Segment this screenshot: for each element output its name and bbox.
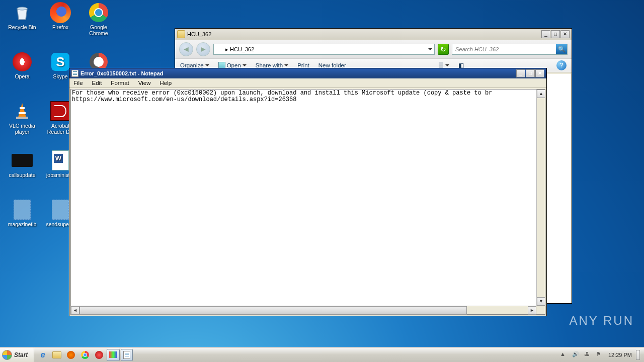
explorer-title: HCU_362 bbox=[187, 31, 211, 37]
notepad-icon bbox=[71, 70, 78, 77]
taskbar: Start e ▲ 🔊 🖧 ⚑ 12:29 PM bbox=[0, 347, 644, 362]
system-tray: ▲ 🔊 🖧 ⚑ 12:29 PM bbox=[556, 347, 644, 362]
chrome-icon bbox=[88, 2, 109, 23]
opera-icon bbox=[12, 51, 33, 72]
desktop-icon-label: Firefox bbox=[52, 25, 68, 31]
notepad-menubar: File Edit Format View Help bbox=[69, 78, 546, 88]
windows-logo-icon bbox=[2, 350, 12, 360]
scroll-corner bbox=[536, 306, 545, 314]
desktop-icon-firefox[interactable]: Firefox bbox=[44, 2, 76, 45]
watermark: ANY RUN bbox=[569, 314, 634, 328]
address-dropdown-icon[interactable] bbox=[428, 48, 432, 50]
acrobat-icon bbox=[50, 101, 71, 122]
explorer-titlebar[interactable]: HCU_362 _ □ ✕ bbox=[175, 29, 572, 40]
desktop-icon-label: callsupdate bbox=[9, 172, 35, 178]
desktop-icon-google-chrome[interactable]: Google Chrome bbox=[83, 2, 115, 45]
blank-icon bbox=[12, 199, 33, 220]
task-explorer[interactable] bbox=[107, 349, 120, 361]
chevron-up-icon[interactable]: ▲ bbox=[560, 351, 568, 359]
scroll-down-icon[interactable]: ▼ bbox=[537, 297, 545, 306]
bat-icon bbox=[12, 150, 33, 171]
address-bar[interactable]: ▸ HCU_362 bbox=[213, 44, 435, 55]
desktop-icon-callsupdate[interactable]: callsupdate bbox=[6, 150, 38, 193]
close-button[interactable]: ✕ bbox=[560, 30, 570, 38]
blank-icon bbox=[50, 199, 71, 220]
scroll-left-icon[interactable]: ◄ bbox=[71, 306, 79, 315]
vertical-scrollbar[interactable]: ▲ ▼ bbox=[536, 89, 545, 306]
desktop-icon-label: Opera bbox=[15, 74, 29, 80]
desktop-icon-label: VLC media player bbox=[6, 123, 38, 135]
desktop-icon-vlc-media-player[interactable]: VLC media player bbox=[6, 101, 38, 144]
svg-point-0 bbox=[17, 7, 27, 10]
word-icon: W bbox=[50, 150, 71, 171]
scroll-right-icon[interactable]: ► bbox=[528, 306, 536, 315]
scroll-up-icon[interactable]: ▲ bbox=[537, 89, 545, 98]
horizontal-scrollbar[interactable]: ◄ ► bbox=[71, 306, 536, 314]
folder-icon bbox=[216, 46, 224, 53]
menu-file[interactable]: File bbox=[71, 80, 85, 86]
scroll-thumb[interactable] bbox=[79, 306, 467, 315]
chrome-icon[interactable] bbox=[78, 349, 92, 361]
search-box[interactable]: 🔍 bbox=[452, 44, 568, 55]
close-button[interactable]: ✕ bbox=[535, 69, 544, 77]
network-icon[interactable]: 🖧 bbox=[584, 351, 592, 359]
ie-icon[interactable]: e bbox=[36, 349, 49, 361]
forward-button[interactable]: ► bbox=[196, 42, 210, 56]
desktop-icon-label: magazinetib bbox=[8, 222, 37, 228]
desktop-icon-recycle-bin[interactable]: Recycle Bin bbox=[6, 2, 38, 45]
back-button[interactable]: ◄ bbox=[179, 42, 193, 56]
explorer-icon[interactable] bbox=[50, 349, 63, 361]
task-notepad[interactable] bbox=[121, 349, 133, 361]
skype-icon: S bbox=[50, 51, 71, 72]
refresh-button[interactable]: ↻ bbox=[438, 44, 449, 55]
vlc-icon bbox=[12, 101, 33, 122]
menu-view[interactable]: View bbox=[136, 80, 153, 86]
help-button[interactable]: ? bbox=[556, 60, 567, 70]
maximize-button[interactable]: □ bbox=[526, 69, 535, 77]
menu-help[interactable]: Help bbox=[158, 80, 174, 86]
desktop-icon-label: Google Chrome bbox=[83, 25, 115, 36]
desktop: Recycle BinFirefoxGoogle ChromeOperaSSky… bbox=[0, 0, 644, 347]
flag-icon[interactable]: ⚑ bbox=[596, 351, 604, 359]
show-desktop-button[interactable] bbox=[636, 350, 640, 360]
address-path: HCU_362 bbox=[230, 46, 254, 52]
svg-rect-3 bbox=[16, 117, 28, 119]
folder-icon bbox=[177, 30, 185, 38]
menu-format[interactable]: Format bbox=[109, 80, 131, 86]
notepad-textarea[interactable]: For those who receive error (0xc0150002)… bbox=[70, 89, 545, 315]
explorer-navbar: ◄ ► ▸ HCU_362 ↻ 🔍 bbox=[175, 40, 572, 58]
desktop-icon-label: Recycle Bin bbox=[8, 25, 36, 31]
minimize-button[interactable]: _ bbox=[541, 30, 550, 38]
firefox-icon bbox=[50, 2, 71, 23]
notepad-titlebar[interactable]: Error_0xc0150002.txt - Notepad _ □ ✕ bbox=[69, 68, 546, 78]
search-button[interactable]: 🔍 bbox=[556, 44, 567, 54]
search-input[interactable] bbox=[452, 46, 556, 52]
desktop-icon-label: Skype bbox=[53, 74, 67, 80]
svg-rect-1 bbox=[20, 107, 25, 109]
minimize-button[interactable]: _ bbox=[516, 69, 525, 77]
quick-launch: e bbox=[34, 347, 135, 362]
opera-icon[interactable] bbox=[93, 349, 106, 361]
desktop-icon-opera[interactable]: Opera bbox=[6, 51, 38, 95]
maximize-button[interactable]: □ bbox=[551, 30, 560, 38]
notepad-title: Error_0xc0150002.txt - Notepad bbox=[80, 70, 163, 76]
recycle-icon bbox=[12, 2, 33, 23]
menu-edit[interactable]: Edit bbox=[90, 80, 104, 86]
desktop-icon-magazinetib[interactable]: magazinetib bbox=[6, 199, 38, 242]
notepad-content[interactable]: For those who receive error (0xc0150002)… bbox=[71, 89, 545, 104]
notepad-window[interactable]: Error_0xc0150002.txt - Notepad _ □ ✕ Fil… bbox=[69, 68, 547, 316]
clock[interactable]: 12:29 PM bbox=[608, 352, 632, 358]
volume-icon[interactable]: 🔊 bbox=[572, 351, 580, 359]
start-button[interactable]: Start bbox=[0, 347, 34, 363]
svg-rect-2 bbox=[19, 112, 26, 114]
media-player-icon[interactable] bbox=[64, 349, 77, 361]
